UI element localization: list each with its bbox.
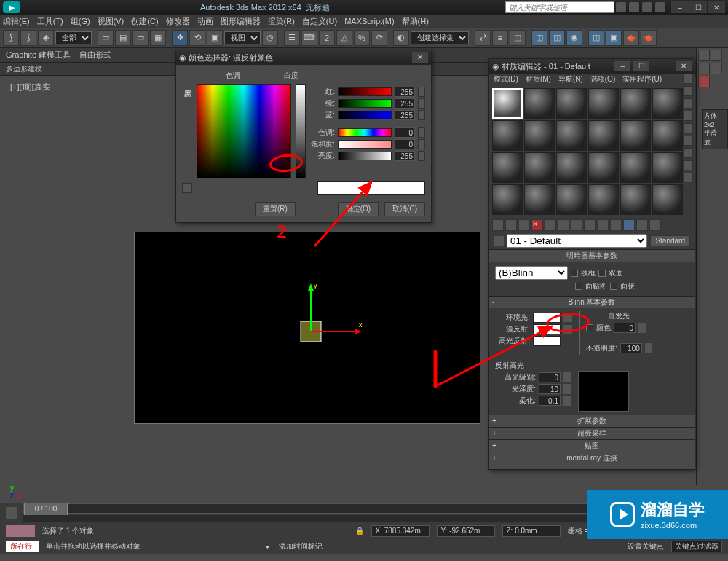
spinner-icon[interactable] [418, 110, 425, 120]
material-slot[interactable] [588, 152, 619, 183]
menu-edit[interactable]: 编辑(E) [3, 16, 30, 27]
sat-slider[interactable] [338, 140, 392, 149]
go-parent-icon[interactable] [623, 219, 635, 231]
material-editor-dialog[interactable]: ◉ 材质编辑器 - 01 - Default – ☐ ✕ 模式(D) 材质(M)… [488, 58, 695, 470]
move-icon[interactable]: ✥ [172, 30, 188, 46]
material-slot[interactable] [524, 88, 555, 119]
faceted-checkbox[interactable] [610, 283, 617, 290]
go-forward-icon[interactable] [649, 219, 661, 231]
layer-icon[interactable]: ◫ [510, 30, 526, 46]
self-illum-color-checkbox[interactable] [586, 324, 593, 332]
material-slot[interactable] [492, 88, 523, 119]
menu-help[interactable]: 帮助(H) [402, 16, 429, 27]
mat-menu-utilities[interactable]: 实用程序(U) [622, 74, 662, 85]
ambient-swatch[interactable] [533, 313, 561, 323]
hue-slider[interactable] [338, 128, 392, 137]
material-slot[interactable] [524, 152, 555, 183]
red-input[interactable] [395, 87, 415, 97]
material-slot[interactable] [652, 120, 683, 151]
viewport-label[interactable]: [+][顶][真实 [10, 82, 50, 93]
specular-swatch[interactable] [533, 336, 561, 346]
spinner-icon[interactable] [563, 384, 571, 394]
mat-menu-options[interactable]: 选项(O) [590, 74, 615, 85]
reset-icon[interactable]: ✕ [531, 219, 543, 231]
selection-lock-icon[interactable] [6, 525, 35, 537]
keyboard-shortcut-icon[interactable]: ⌨ [301, 30, 317, 46]
render-icon[interactable]: 🫖 [623, 30, 639, 46]
help-icon[interactable] [655, 2, 665, 12]
rotate-icon[interactable]: ⟲ [189, 30, 205, 46]
spinner-icon[interactable] [638, 323, 646, 333]
rollout-shader-basic[interactable]: -明暗器基本参数 [489, 250, 695, 262]
soften-input[interactable] [539, 396, 561, 406]
put-to-scene-icon[interactable] [505, 219, 517, 231]
go-sibling-icon[interactable] [636, 219, 648, 231]
percent-snap-icon[interactable]: % [354, 30, 370, 46]
rect-select-icon[interactable]: ▭ [132, 30, 149, 46]
z-coord-input[interactable]: Z: 0.0mm [502, 525, 561, 537]
options-icon[interactable] [683, 148, 693, 158]
key-filters-button[interactable]: 关键点过滤器 [671, 541, 722, 552]
rollout-extended[interactable]: +扩展参数 [489, 415, 695, 427]
mat-menu-navigation[interactable]: 导航(N) [558, 74, 583, 85]
material-slot[interactable] [556, 88, 587, 119]
background-icon[interactable] [683, 98, 693, 109]
schematic-icon[interactable]: ◫ [549, 30, 565, 46]
time-slider[interactable]: 0 / 100 [24, 503, 68, 516]
snap-2d-icon[interactable]: 2 [319, 30, 335, 46]
make-unique-icon[interactable] [558, 219, 569, 231]
material-slot[interactable] [492, 152, 523, 183]
material-slot[interactable] [620, 152, 651, 183]
material-slot[interactable] [492, 120, 523, 151]
val-slider[interactable] [338, 152, 392, 160]
x-coord-input[interactable]: X: 7885.342m [371, 525, 430, 537]
shader-dropdown[interactable]: (B)Blinn [495, 266, 568, 280]
diffuse-map-button[interactable] [563, 325, 572, 334]
curve-editor-icon[interactable]: ◫ [531, 30, 547, 46]
close-button[interactable]: ✕ [708, 1, 725, 13]
active-viewport[interactable]: y x [134, 232, 480, 424]
menu-views[interactable]: 视图(V) [98, 16, 124, 27]
material-slot[interactable] [652, 88, 683, 119]
rollout-blinn-basic[interactable]: -Blinn 基本参数 [489, 297, 695, 308]
spinner-icon[interactable] [418, 151, 425, 161]
close-icon[interactable]: ✕ [676, 61, 692, 71]
ribbon-graphite-tab[interactable]: Graphite 建模工具 [6, 50, 71, 60]
material-slot[interactable] [620, 184, 651, 215]
ribbon-freeform-tab[interactable]: 自由形式 [79, 50, 111, 60]
material-id-icon[interactable] [584, 219, 596, 231]
menu-animation[interactable]: 动画 [197, 16, 213, 27]
bind-icon[interactable]: ◈ [38, 30, 54, 46]
spinner-icon[interactable] [645, 343, 652, 353]
color-selector-dialog[interactable]: ◉ 颜色选择器: 漫反射颜色 ✕ 色调 白度 黑度 红: 绿: 蓝: 色调: 饱… [175, 50, 432, 223]
ambient-map-button[interactable] [563, 313, 572, 322]
display-tab-icon[interactable] [698, 76, 710, 87]
unlink-icon[interactable]: ⟆ [20, 30, 36, 46]
hue-saturation-picker[interactable] [197, 84, 291, 178]
material-slot[interactable] [588, 120, 619, 151]
maximize-icon[interactable]: ☐ [633, 61, 649, 71]
help-icon[interactable] [629, 2, 639, 12]
green-slider[interactable] [338, 99, 392, 108]
render-prod-icon[interactable]: 🫖 [641, 30, 657, 46]
video-check-icon[interactable] [683, 123, 693, 133]
green-input[interactable] [395, 98, 415, 109]
menu-tools[interactable]: 工具(T) [37, 16, 63, 27]
cancel-button[interactable]: 取消(C) [384, 202, 425, 216]
setkey-label[interactable]: 设置关键点 [628, 541, 664, 552]
menu-graph-editors[interactable]: 图形编辑器 [221, 16, 261, 27]
make-copy-icon[interactable] [545, 219, 556, 231]
material-slot[interactable] [588, 184, 619, 215]
pivot-icon[interactable]: ◎ [262, 30, 278, 46]
motion-tab-icon[interactable] [711, 63, 722, 74]
material-slot[interactable] [524, 184, 555, 215]
ok-button[interactable]: 确定(O) [338, 202, 379, 216]
current-color-swatch[interactable] [317, 181, 425, 195]
menu-modifiers[interactable]: 修改器 [166, 16, 190, 27]
material-slot[interactable] [652, 152, 683, 183]
blue-slider[interactable] [338, 111, 392, 119]
show-map-icon[interactable] [597, 219, 609, 231]
material-editor-icon[interactable]: ◉ [566, 30, 582, 46]
help-search-input[interactable] [505, 1, 614, 13]
backlight-icon[interactable] [683, 86, 693, 96]
